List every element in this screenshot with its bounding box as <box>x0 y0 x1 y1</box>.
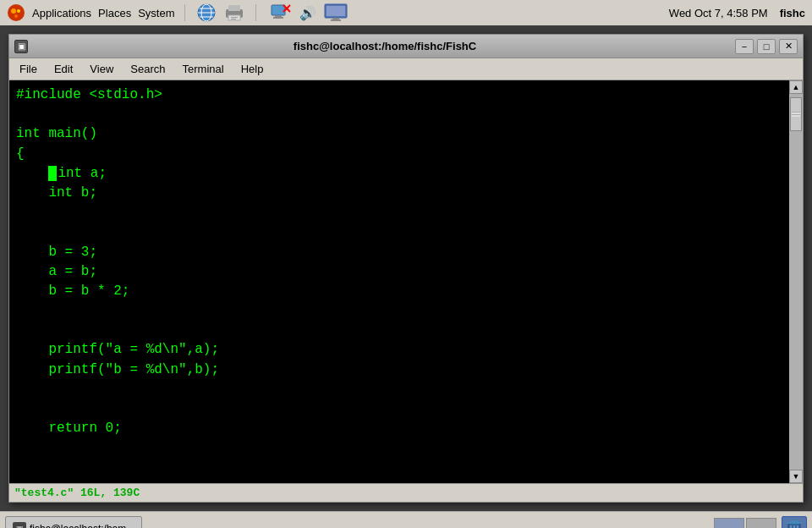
code-line-1: #include <stdio.h> <box>16 87 162 102</box>
svg-rect-10 <box>228 5 240 11</box>
scrollbar: ▲ ▼ <box>789 80 803 483</box>
task-label: fishc@localhost:/hom··· <box>30 523 134 529</box>
applications-menu[interactable]: Applications <box>32 7 91 19</box>
scroll-up-button[interactable]: ▲ <box>789 80 803 94</box>
menu-terminal[interactable]: Terminal <box>176 61 231 77</box>
status-text: "test4.c" 16L, 139C <box>14 487 140 499</box>
volume-icon: 🔊 <box>299 5 316 21</box>
menu-file[interactable]: File <box>13 61 44 77</box>
code-line-12: printf("a = %d\n",a); <box>16 342 219 357</box>
svg-rect-16 <box>273 17 283 19</box>
svg-rect-21 <box>332 18 339 19</box>
task-terminal-button[interactable]: ▣ fishc@localhost:/hom··· <box>5 516 142 529</box>
code-line-15: return 0; <box>16 421 122 436</box>
menu-help[interactable]: Help <box>234 61 271 77</box>
code-line-13: printf("b = %d\n",b); <box>16 362 219 377</box>
code-line-3: int main() <box>16 126 97 141</box>
scroll-track[interactable] <box>789 94 803 470</box>
close-button[interactable]: ✕ <box>779 39 798 54</box>
terminal-body: #include <stdio.h> int main() { int a; i… <box>9 80 803 483</box>
pager-page1[interactable] <box>714 518 744 529</box>
taskbar: ▣ fishc@localhost:/hom··· <box>0 511 812 528</box>
svg-rect-22 <box>331 19 341 21</box>
code-line-9: a = b; <box>16 264 97 279</box>
pager-page2[interactable] <box>746 518 776 529</box>
svg-rect-25 <box>791 520 798 523</box>
scroll-thumb[interactable] <box>790 97 802 131</box>
svg-point-3 <box>14 14 18 18</box>
svg-point-1 <box>11 8 16 14</box>
task-terminal-icon: ▣ <box>13 522 26 529</box>
svg-rect-13 <box>231 19 236 19</box>
separator <box>184 4 186 21</box>
main-content: ▣ fishc@localhost:/home/fishc/FishC − □ … <box>0 25 812 511</box>
printer-icon <box>223 3 245 22</box>
network-icon <box>196 3 217 22</box>
username: fishc <box>780 7 805 19</box>
trash-icon[interactable] <box>782 516 807 529</box>
maximize-button[interactable]: □ <box>757 39 776 54</box>
terminal-window: ▣ fishc@localhost:/home/fishc/FishC − □ … <box>8 34 804 503</box>
menu-edit[interactable]: Edit <box>47 61 80 77</box>
code-line-10: b = b * 2; <box>16 283 129 299</box>
svg-rect-12 <box>231 17 238 18</box>
menu-search[interactable]: Search <box>123 61 172 77</box>
pager <box>714 518 776 529</box>
svg-rect-15 <box>275 15 282 17</box>
title-bar: ▣ fishc@localhost:/home/fishc/FishC − □ … <box>9 35 803 58</box>
svg-rect-14 <box>272 5 285 15</box>
code-line-4: { <box>16 146 25 162</box>
datetime: Wed Oct 7, 4:58 PM <box>669 7 768 19</box>
title-text: fishc@localhost:/home/fishc/FishC <box>35 40 735 52</box>
cursor <box>48 166 57 181</box>
code-line-8: b = 3; <box>16 245 97 260</box>
status-bar: "test4.c" 16L, 139C <box>9 483 803 502</box>
system-bar: Applications Places System <box>0 0 812 25</box>
minimize-button[interactable]: − <box>735 39 754 54</box>
scroll-down-button[interactable]: ▼ <box>789 470 803 483</box>
svg-point-0 <box>8 4 25 21</box>
code-area[interactable]: #include <stdio.h> int main() { int a; i… <box>9 80 789 483</box>
svg-point-2 <box>17 9 20 13</box>
system-menu[interactable]: System <box>138 7 174 19</box>
scroll-grip <box>792 112 800 117</box>
network-icon2 <box>267 3 293 22</box>
display-icon <box>323 3 348 23</box>
separator2 <box>255 4 257 21</box>
places-menu[interactable]: Places <box>98 7 131 19</box>
menu-bar: File Edit View Search Terminal Help <box>9 58 803 80</box>
code-line-6: int b; <box>16 185 97 201</box>
app-menu-icon[interactable] <box>7 3 25 22</box>
code-line-5: int a; <box>16 166 107 181</box>
svg-rect-20 <box>326 6 345 16</box>
terminal-title-icon: ▣ <box>14 40 28 53</box>
menu-view[interactable]: View <box>83 61 120 77</box>
window-controls: − □ ✕ <box>735 39 798 54</box>
